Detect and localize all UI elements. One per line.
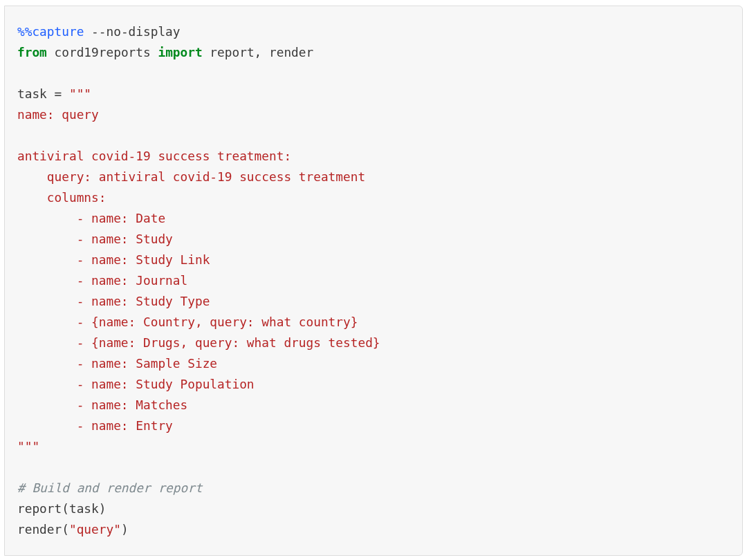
triple-quote-open: """ bbox=[62, 86, 91, 101]
yaml-string-body: name: query antiviral covid-19 success t… bbox=[17, 107, 380, 433]
module-name: cord19reports bbox=[47, 45, 158, 59]
assign-lhs: task bbox=[17, 86, 55, 101]
triple-quote-close: """ bbox=[17, 439, 39, 454]
call-render-close: ) bbox=[121, 522, 129, 536]
code-cell: %%capture --no-display from cord19report… bbox=[4, 6, 743, 556]
call-render-fn: render( bbox=[17, 522, 69, 536]
code-block[interactable]: %%capture --no-display from cord19report… bbox=[17, 21, 730, 540]
kw-import: import bbox=[158, 45, 202, 59]
magic-command: %%capture bbox=[17, 24, 84, 39]
call-render-arg: "query" bbox=[69, 522, 121, 536]
kw-from: from bbox=[17, 45, 47, 59]
magic-args: --no-display bbox=[84, 24, 180, 39]
assign-eq: = bbox=[55, 86, 62, 101]
call-report: report(task) bbox=[17, 501, 106, 516]
comment-line: # Build and render report bbox=[17, 480, 203, 495]
import-names: report, render bbox=[203, 45, 314, 59]
